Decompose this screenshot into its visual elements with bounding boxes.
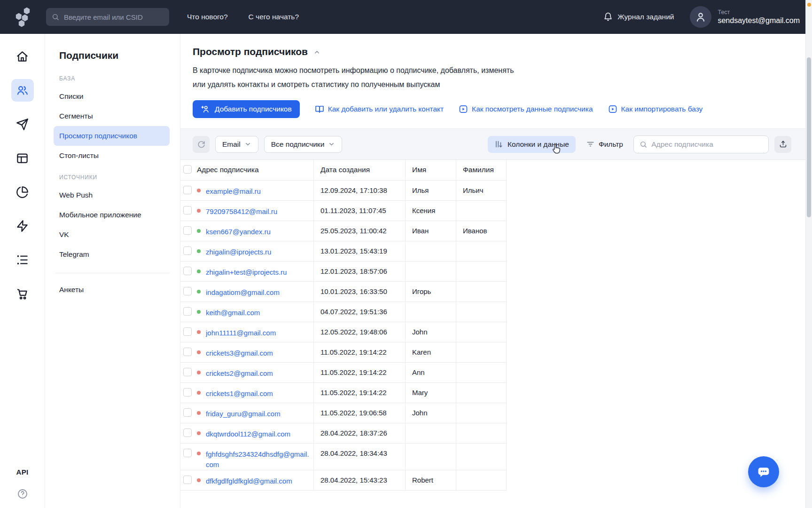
subscriber-search-input[interactable] — [651, 140, 763, 149]
account-name: Тест — [718, 9, 800, 16]
sidebar-item[interactable]: VK — [54, 225, 170, 245]
subscriber-email-link[interactable]: zhigalin@iprojects.ru — [206, 247, 271, 257]
row-checkbox[interactable] — [183, 186, 192, 194]
row-checkbox[interactable] — [183, 327, 192, 336]
page-scrollbar[interactable] — [805, 0, 812, 508]
rail-help[interactable] — [17, 488, 28, 500]
row-checkbox[interactable] — [183, 476, 192, 484]
nav-getting-started[interactable]: С чего начать? — [249, 13, 299, 21]
row-checkbox[interactable] — [183, 348, 192, 356]
task-journal-button[interactable]: Журнал заданий — [603, 12, 674, 22]
pie-chart-icon — [16, 186, 29, 198]
rail-campaigns[interactable] — [11, 113, 34, 135]
nav-whats-new[interactable]: Что нового? — [187, 13, 228, 21]
rail-automation[interactable] — [11, 214, 34, 237]
status-dot — [197, 229, 201, 233]
rail-statistics[interactable] — [11, 181, 34, 203]
select-all-checkbox[interactable] — [183, 165, 192, 174]
row-checkbox[interactable] — [183, 206, 192, 214]
subscriber-email-link[interactable]: fghfdsghfs234324dhsdfg@gmail.com — [206, 449, 310, 470]
table-row: crickets1@gmail.com 11.05.2022, 19:14:22… — [180, 383, 812, 403]
created-date: 01.11.2023, 11:07:45 — [314, 201, 406, 221]
channel-select[interactable]: Email — [215, 136, 258, 153]
row-checkbox[interactable] — [183, 449, 192, 457]
subscriber-email-link[interactable]: john11111@gmail.com — [206, 328, 276, 338]
export-icon — [779, 140, 788, 149]
columns-and-data-button[interactable]: Колонки и данные — [488, 136, 576, 153]
segment-select[interactable]: Все подписчики — [264, 136, 343, 153]
sidebar-item[interactable]: Telegram — [54, 245, 170, 264]
global-search-input[interactable] — [64, 13, 164, 21]
created-date: 28.04.2022, 18:34:43 — [314, 444, 406, 470]
sidebar-item[interactable]: Сегменты — [54, 106, 170, 126]
subscriber-email-link[interactable]: dfkfgdlfgldfkgld@gmail.com — [206, 476, 292, 486]
sidebar-item-surveys[interactable]: Анкеты — [54, 280, 170, 300]
rail-subscribers[interactable] — [11, 79, 34, 102]
rail-shop[interactable] — [11, 282, 34, 305]
scrollbar-thumb[interactable] — [807, 57, 811, 217]
sidebar-item-label: VK — [59, 230, 69, 239]
sidebar-item[interactable]: Мобильное приложение — [54, 205, 170, 225]
status-dot — [197, 290, 201, 294]
subscriber-email-link[interactable]: dkqtwrdool112@gmail.com — [206, 429, 290, 439]
row-checkbox[interactable] — [183, 388, 192, 397]
filter-button[interactable]: Фильтр — [586, 140, 623, 149]
subscriber-email-link[interactable]: keith@gmail.com — [206, 308, 260, 318]
help-link-view-subscriber-data[interactable]: Как посмотреть данные подписчика — [459, 104, 593, 114]
sidebar-item[interactable]: Web Push — [54, 185, 170, 205]
sidebar-item-label: Анкеты — [59, 286, 84, 294]
help-link-add-delete-contact[interactable]: Как добавить или удалить контакт — [315, 104, 444, 114]
table-row: crickets2@gmail.com 11.05.2022, 19:14:22… — [180, 363, 812, 383]
subscriber-search[interactable] — [633, 135, 769, 153]
export-button[interactable] — [774, 136, 791, 153]
row-checkbox[interactable] — [183, 246, 192, 255]
created-date: 28.04.2022, 18:37:26 — [314, 423, 406, 444]
subscriber-name: Ann — [406, 363, 456, 383]
search-icon — [52, 13, 59, 21]
collapse-chevron-up-icon[interactable] — [313, 49, 320, 56]
status-dot — [197, 371, 201, 374]
sidebar-item[interactable]: Просмотр подписчиков — [54, 126, 170, 146]
support-chat-button[interactable] — [748, 456, 779, 487]
row-checkbox[interactable] — [183, 287, 192, 295]
subscriber-email-link[interactable]: zhigalin+test@iprojects.ru — [206, 267, 287, 278]
created-date: 12.05.2022, 19:48:06 — [314, 322, 406, 342]
row-checkbox[interactable] — [183, 226, 192, 235]
send-icon — [16, 118, 29, 131]
sidebar-item[interactable]: Списки — [54, 87, 170, 106]
chevron-down-icon — [244, 141, 251, 148]
subscriber-email-link[interactable]: indagatiom@gmail.com — [206, 287, 280, 298]
row-checkbox[interactable] — [183, 307, 192, 316]
subscriber-email-link[interactable]: crickets3@gmail.com — [206, 348, 273, 358]
created-date: 25.05.2023, 11:00:42 — [314, 221, 406, 241]
subscriber-email-link[interactable]: friday_guru@gmail.com — [206, 409, 281, 419]
sidebar-sources-list: Web Push Мобильное приложение VK Telegra… — [59, 185, 170, 264]
topbar: Что нового? С чего начать? Журнал задани… — [0, 0, 812, 34]
subscriber-email-link[interactable]: crickets1@gmail.com — [206, 389, 273, 399]
add-subscribers-button[interactable]: Добавить подписчиков — [193, 100, 300, 118]
sidebar-item[interactable]: Стоп-листы — [54, 146, 170, 166]
rail-home[interactable] — [11, 45, 34, 68]
subscriber-email-link[interactable]: 79209758412@mail.ru — [206, 206, 277, 217]
subscriber-surname — [456, 363, 507, 383]
subscriber-email-link[interactable]: ksen667@yandex.ru — [206, 227, 271, 237]
row-checkbox[interactable] — [183, 429, 192, 437]
subscriber-email-link[interactable]: example@mail.ru — [206, 186, 261, 197]
status-dot — [197, 249, 201, 253]
help-link-import-base[interactable]: Как импортировать базу — [608, 104, 703, 114]
subscriber-email-link[interactable]: crickets2@gmail.com — [206, 368, 273, 379]
subscriber-name: Robert — [406, 470, 456, 491]
refresh-button[interactable] — [193, 136, 210, 153]
account-menu[interactable]: Тест sendsaytest@gmail.com — [690, 6, 800, 28]
rail-api[interactable]: API — [16, 468, 29, 476]
row-checkbox[interactable] — [183, 368, 192, 376]
sidebar-heading-base: БАЗА — [59, 75, 170, 82]
help-link-label: Как посмотреть данные подписчика — [472, 105, 593, 113]
row-checkbox[interactable] — [183, 267, 192, 275]
bell-icon — [603, 12, 613, 22]
rail-lists[interactable] — [11, 248, 34, 271]
global-search[interactable] — [46, 8, 169, 26]
row-checkbox[interactable] — [183, 408, 192, 417]
created-date: 10.01.2023, 16:33:50 — [314, 282, 406, 302]
rail-templates[interactable] — [11, 147, 34, 169]
